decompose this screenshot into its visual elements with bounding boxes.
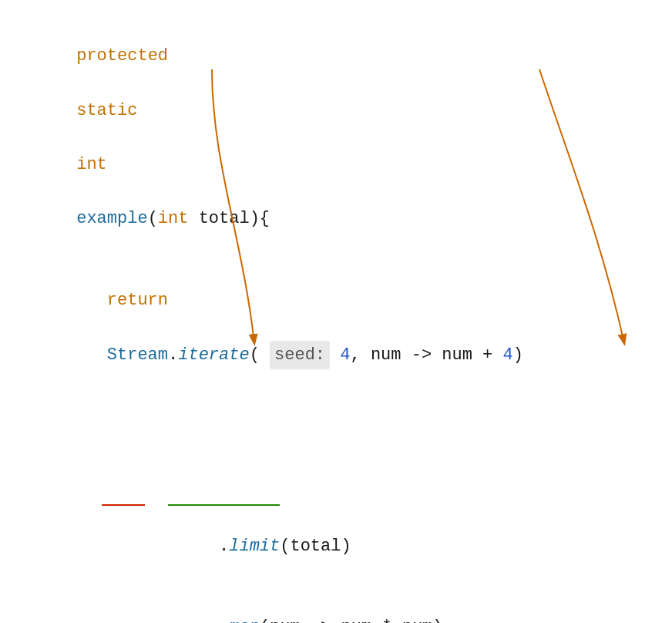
space xyxy=(76,73,86,93)
space xyxy=(188,209,198,228)
param-total: total xyxy=(199,209,250,228)
fn-example: example xyxy=(76,209,147,228)
line-m1-4: .map(num -> num * num) xyxy=(15,587,657,623)
paren: ( xyxy=(250,345,270,365)
method1-block: protected static int example(int total){… xyxy=(15,8,657,623)
lambda-num: num xyxy=(371,345,402,365)
space xyxy=(330,345,340,365)
args: (num -> num * num) xyxy=(260,618,443,623)
seed-hint: seed: xyxy=(270,341,330,369)
num-4-end: 4 xyxy=(503,345,513,365)
space xyxy=(76,182,86,201)
arrow-op: -> xyxy=(402,345,442,365)
code-display: protected static int example(int total){… xyxy=(15,8,657,623)
paren-close: ){ xyxy=(250,209,270,228)
kw-int-param: int xyxy=(158,209,189,228)
comma: , xyxy=(350,345,370,365)
line-m1-3: .limit(total) xyxy=(15,505,657,587)
kw-return: return xyxy=(107,291,168,310)
space xyxy=(76,128,86,147)
dot: . xyxy=(219,537,229,556)
kw-int-1: int xyxy=(76,155,107,174)
dot: . xyxy=(219,618,229,623)
dot: . xyxy=(168,345,178,365)
map-method: map xyxy=(229,618,260,623)
num-expr: num xyxy=(442,345,472,365)
kw-protected: protected xyxy=(76,46,168,66)
limit-method: limit xyxy=(229,537,280,556)
args: (total) xyxy=(280,537,351,556)
iterate-method: iterate xyxy=(178,345,249,365)
paren: ( xyxy=(148,209,158,228)
line-m1-1: protected static int example(int total){ xyxy=(15,15,657,260)
space xyxy=(107,318,117,337)
kw-static: static xyxy=(76,101,137,120)
plus: + xyxy=(472,345,503,365)
num-4-seed: 4 xyxy=(340,345,350,365)
paren-close: ) xyxy=(513,345,523,365)
stream-class: Stream xyxy=(107,345,168,365)
line-m1-2: return Stream.iterate( seed: 4, num -> n… xyxy=(15,260,657,506)
